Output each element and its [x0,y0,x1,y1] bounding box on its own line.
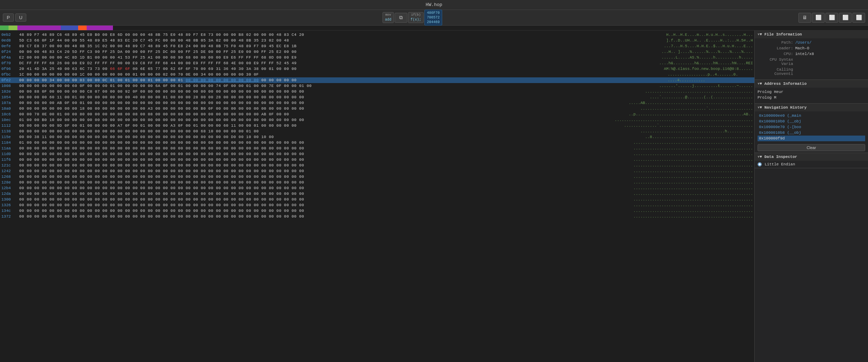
hex-row[interactable]: 134c00 00 00 00 00 00 00 00 00 00 00 00 … [0,208,754,214]
hex-row[interactable]: 128e00 00 00 00 00 00 00 00 00 00 00 00 … [0,180,754,185]
hex-ascii: ........................................… [633,163,753,168]
panel-icon1[interactable]: ⬜ [812,13,825,23]
hex-row[interactable]: 105400 00 00 00 60 11 00 01 00 00 00 00 … [0,94,754,100]
loader-row: Loader: Mach-O [758,46,865,50]
hex-row[interactable]: 0eb248 89 F7 48 89 C6 48 89 45 E0 B0 00 … [0,32,754,38]
hex-row[interactable]: 137200 00 00 00 00 00 00 00 00 00 00 00 … [0,214,754,219]
hex-row[interactable]: 10a000 00 00 00 00 00 00 00 18 00 00 00 … [0,106,754,111]
hex-addr: 12b4 [1,186,19,190]
hex-row[interactable]: 11f600 00 00 00 00 00 00 00 00 00 00 00 … [0,157,754,163]
hex-row[interactable]: 0efe89 C7 E8 37 00 00 00 48 8B 35 1C 02 … [0,43,754,49]
hex-row[interactable]: 111200 00 00 00 00 9D 0F 00 01 00 00 00 … [0,123,754,128]
hex-row[interactable]: 126800 00 00 00 00 00 00 00 00 00 00 00 … [0,174,754,180]
hex-row[interactable]: 0fe200 00 00 00 34 00 00 00 03 00 00 0C … [0,77,754,83]
toolbar-copy-icon[interactable]: ⧉ [395,13,407,23]
hex-bytes: 00 00 00 00 00 00 00 00 00 00 00 00 00 0… [19,203,630,207]
hex-addr: 11d0 [1,152,19,156]
hex-ascii: ...H.. ]....%......%....%....%....%.... [662,50,753,54]
hex-row[interactable]: 12b400 00 00 00 00 00 00 00 00 00 00 00 … [0,185,754,191]
panel-icon4[interactable]: ⬜ [852,13,865,23]
hex-row[interactable]: 118401 00 00 00 00 00 00 00 00 00 00 00 … [0,140,754,146]
hex-addr: 10a0 [1,106,19,111]
hex-bytes: 00 00 00 00 00 AB 0F 00 01 00 00 00 00 0… [19,101,626,105]
hex-ascii: ........................................… [633,214,753,219]
loader-value: Mach-O [795,46,865,50]
clear-button[interactable]: Clear [758,144,865,151]
hex-row[interactable]: 100800 00 00 00 00 00 00 60 0F 00 00 00 … [0,83,754,89]
hex-row[interactable]: 0ed85D C3 66 0F 1F 44 00 00 55 48 89 E5 … [0,38,754,43]
hex-row[interactable]: 113800 00 00 00 00 00 00 00 00 00 00 00 … [0,128,754,134]
hex-addr: 0fe2 [1,78,19,82]
hex-row[interactable]: 121c00 00 00 00 00 00 00 00 00 00 00 00 … [0,163,754,168]
hex-row[interactable]: 102e00 00 88 0F 00 00 00 00 00 C8 07 00 … [0,89,754,94]
btn-u[interactable]: U [15,13,26,22]
address-info-header[interactable]: ▼ ▼ Address Informatio [755,80,868,88]
hex-row[interactable]: 10c600 00 70 0E 00 01 00 00 80 00 00 00 … [0,111,754,117]
nav-history-item[interactable]: 0x100000e70 (-[boo [758,124,865,130]
hex-row[interactable]: 11d000 00 00 00 00 00 00 00 00 00 00 00 … [0,151,754,157]
hex-row[interactable]: 0f70DC FF FF FF 68 26 00 00 E9 D2 FF FF … [0,60,754,66]
hex-row[interactable]: 132600 00 00 00 00 00 00 00 00 00 00 00 … [0,202,754,208]
nav-history-item[interactable]: 0x1000010b8 (__obj [758,130,865,136]
toolbar-addr[interactable]: 486F70 706572 204469 [424,10,442,26]
hex-bytes: 00 00 00 00 00 00 00 00 18 00 00 00 00 0… [19,106,638,111]
data-inspector-header[interactable]: ▼ ▼ Data Inspector [755,153,868,161]
hex-ascii: ........................................… [633,158,753,162]
ifb-top: if(b) [411,13,421,17]
hex-ascii: ........................................… [633,192,753,196]
hex-bytes: 00 00 00 00 00 00 00 00 00 00 00 00 00 0… [19,146,630,150]
hex-row[interactable]: 0fbc1C 00 00 00 00 00 00 00 1C 00 00 00 … [0,72,754,77]
hex-ascii: ........................................… [633,203,753,207]
little-endian-row: Little Endian [755,161,868,168]
addr-line3: 204469 [427,20,440,24]
little-endian-label: Little Endian [765,162,795,166]
hex-ascii: ........................................… [633,209,753,213]
hex-bytes: 01 00 00 B0 10 00 00 00 00 00 00 00 00 0… [19,118,612,122]
hex-addr: 1008 [1,84,19,88]
hex-row[interactable]: 124200 00 00 00 00 00 00 00 00 00 00 00 … [0,168,754,174]
hex-view[interactable]: 0eb248 89 F7 48 89 C6 48 89 45 E0 B0 00 … [0,31,754,362]
btn-p[interactable]: P [3,13,14,22]
nav-history-item[interactable]: 0x100000ee0 (_main [758,113,865,119]
prolog-m-row: Prolog M [758,95,865,100]
hex-addr: 102e [1,89,19,94]
hex-bytes: 00 00 00 00 00 00 00 00 00 00 00 00 00 0… [19,186,630,190]
hex-row[interactable]: 107a00 00 00 00 00 AB 0F 00 01 00 00 00 … [0,100,754,106]
hex-bytes: 00 00 00 00 00 00 00 00 00 00 00 00 00 0… [19,158,630,162]
instr-ifb[interactable]: if(b) f(x); [408,12,424,23]
little-endian-radio[interactable] [758,162,762,166]
hex-row[interactable]: 0f4aE2 00 00 00 00 00 4C 8D 1D B1 00 00 … [0,55,754,60]
hex-bytes: 20 41 4D 3A 25 40 00 63 6C 73 73 00 66 6… [19,67,661,71]
hex-bytes: 00 00 38 11 00 00 00 00 00 00 00 00 00 0… [19,135,642,139]
hex-ascii: ..8.....................................… [645,135,753,139]
hex-row[interactable]: 12da00 00 00 00 00 00 00 00 00 00 00 00 … [0,191,754,197]
cpu-icon[interactable]: 🖥 [798,13,811,23]
file-info-title: ▼ File Information [760,32,802,37]
instr-mov-add[interactable]: mov add [383,12,394,23]
hex-addr: 115e [1,135,19,139]
panel-icon3[interactable]: ⬜ [839,13,852,23]
nav-history-item[interactable]: 0x100000f9d [758,136,865,141]
segment-bar [0,26,868,31]
file-info-header[interactable]: ▼ ▼ File Information [755,31,868,38]
radio-inner [759,163,761,165]
hex-ascii: ........................................… [633,175,753,179]
hex-row[interactable]: 10ec01 00 00 B0 10 00 00 00 00 00 00 00 … [0,117,754,123]
hex-addr: 1242 [1,169,19,173]
hex-row[interactable]: 0f9620 41 4D 3A 25 40 00 63 6C 73 73 00 … [0,66,754,72]
hex-row[interactable]: 130000 00 00 00 00 00 00 00 00 00 00 00 … [0,197,754,202]
nav-history-header[interactable]: ▼ ▼ Navigation History [755,104,868,111]
hex-row[interactable]: 11aa00 00 00 00 00 00 00 00 00 00 00 00 … [0,146,754,151]
hex-ascii: ....4........... [668,78,753,82]
hex-addr: 128e [1,180,19,185]
hex-bytes: 5D C3 66 0F 1F 44 00 00 55 48 89 E5 48 8… [19,38,663,43]
hex-ascii: ].f..D..UH..H.. .E.....H..:...H.5#..H [666,38,753,43]
hex-bytes: E2 00 00 00 00 00 4C 8D 1D B1 00 00 00 4… [19,55,659,60]
hex-row[interactable]: 0f2400 00 00 48 83 C4 20 5D FF C3 90 FF … [0,49,754,55]
toolbar-right-group: 🖥 ⬜ ⬜ ⬜ ⬜ [798,13,865,23]
hex-ascii: ........................................… [633,186,753,190]
nav-history-item[interactable]: 0x1000010b0 (__obj [758,119,865,124]
hex-row[interactable]: 115e00 00 38 11 00 00 00 00 00 00 00 00 … [0,134,754,140]
panel-icon2[interactable]: ⬜ [825,13,838,23]
hex-ascii: H..H..H.E....m...H.u.H..s........H... [666,33,753,37]
